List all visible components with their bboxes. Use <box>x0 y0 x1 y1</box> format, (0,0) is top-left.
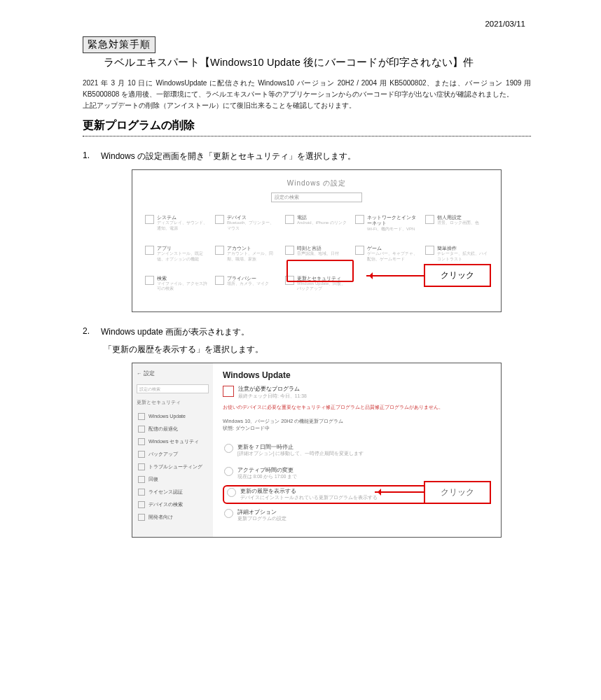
wrench-icon <box>138 463 145 470</box>
sidebar-item-recovery[interactable]: 回復 <box>137 473 209 486</box>
sidebar-item-find-device[interactable]: デバイスの検索 <box>137 498 209 511</box>
wu-opt-advanced[interactable]: 詳細オプション更新プログラムの設定 <box>223 504 491 527</box>
wu-main-panel: Windows Update 注意が必要なプログラム 最終チェック日時: 今日、… <box>213 363 501 537</box>
wu-opt-pause[interactable]: 更新を 7 日間一時停止[詳細オプション] に移動して、一時停止期間を変更します <box>223 439 491 462</box>
sidebar-item-backup[interactable]: バックアップ <box>137 448 209 461</box>
shield-icon <box>138 438 145 445</box>
accessibility-icon <box>425 246 434 255</box>
callout-label-click: クリック <box>424 264 491 287</box>
tile-search[interactable]: 検索マイファイル、アクセス許可の検索 <box>145 276 208 292</box>
callout-click-2: クリック <box>375 481 491 504</box>
step-1: 1. Windows の設定画面を開き「更新とセキュリティ」を選択します。 <box>83 150 588 162</box>
badge-title: 緊急対策手順 <box>83 36 156 53</box>
key-icon <box>138 489 145 496</box>
intro-line2: 上記アップデートの削除（アンイストール）にて復旧出来ることを確認しております。 <box>83 100 531 111</box>
game-icon <box>355 246 364 255</box>
wu-sidebar: ← 設定 設定の検索 更新とセキュリティ Windows Update 配信の最… <box>132 363 213 537</box>
backup-icon <box>138 451 145 458</box>
wu-attention-title: 注意が必要なプログラム <box>238 386 307 393</box>
clock-icon <box>224 467 233 476</box>
phone-icon <box>285 215 294 224</box>
step-1-text: Windows の設定画面を開き「更新とセキュリティ」を選択します。 <box>101 150 356 162</box>
gear-icon <box>224 509 233 518</box>
tile-accounts[interactable]: アカウントアカウント、メール、同期、職場、家族 <box>215 246 278 262</box>
tile-gaming[interactable]: ゲームゲームバー、キャプチャ、配信、ゲームモード <box>355 246 418 262</box>
arrow-icon <box>375 491 424 493</box>
clock-icon <box>285 246 294 255</box>
sidebar-item-activation[interactable]: ライセンス認証 <box>137 486 209 498</box>
sidebar-item-windows-update[interactable]: Windows Update <box>137 410 209 423</box>
apps-icon <box>145 246 154 255</box>
callout-label-click: クリック <box>424 481 491 504</box>
pause-icon <box>224 444 233 453</box>
delivery-icon <box>138 426 145 433</box>
tile-easeofaccess[interactable]: 簡単操作ナレーター、拡大鏡、ハイコントラスト <box>425 246 488 262</box>
wu-sidebar-section-label: 更新とセキュリティ <box>137 399 209 406</box>
step-2: 2. Windows update 画面が表示されます。 <box>83 326 588 338</box>
wu-attention-block: 注意が必要なプログラム 最終チェック日時: 今日、11:38 <box>223 386 491 400</box>
section-heading: 更新プログラムの削除 <box>83 118 531 136</box>
back-button[interactable]: ← 設定 <box>137 370 209 377</box>
restore-icon <box>138 476 145 483</box>
tile-network[interactable]: ネットワークとインターネットWi-Fi、機内モード、VPN <box>355 215 418 232</box>
tile-apps[interactable]: アプリアンインストール、既定値、オプションの機能 <box>145 246 208 262</box>
wu-search-box[interactable]: 設定の検索 <box>137 384 209 393</box>
wu-last-check: 最終チェック日時: 今日、11:38 <box>238 393 307 400</box>
sidebar-item-delivery-opt[interactable]: 配信の最適化 <box>137 423 209 435</box>
wu-red-info: お使いのデバイスに必要な重要なセキュリティ修正プログラムと品質修正プログラムがあ… <box>223 404 491 411</box>
tile-system[interactable]: システムディスプレイ、サウンド、通知、電源 <box>145 215 208 232</box>
person-icon <box>215 246 224 255</box>
page-title: ラベルエキスパート【Windows10 Update 後にバーコードが印字されな… <box>104 56 588 69</box>
settings-window-title: Windows の設定 <box>145 178 488 188</box>
step-2-num: 2. <box>83 326 90 338</box>
brush-icon <box>425 215 434 224</box>
step-1-num: 1. <box>83 150 90 162</box>
step-2-text: Windows update 画面が表示されます。 <box>101 326 249 338</box>
sync-icon <box>138 413 145 420</box>
settings-search-box[interactable]: 設定の検索 <box>271 192 362 202</box>
wu-sub-info: Windows 10、バージョン 20H2 の機能更新プログラム 状態: ダウン… <box>223 418 491 432</box>
screenshot-windows-update: ← 設定 設定の検索 更新とセキュリティ Windows Update 配信の最… <box>132 363 502 538</box>
location-icon <box>138 501 145 508</box>
sidebar-item-developers[interactable]: 開発者向け <box>137 511 209 524</box>
lock-icon <box>215 276 224 285</box>
globe-icon <box>355 215 364 224</box>
sidebar-item-troubleshoot[interactable]: トラブルシューティング <box>137 461 209 473</box>
search-icon <box>145 276 154 285</box>
arrow-icon <box>366 275 424 276</box>
tile-privacy[interactable]: プライバシー場所、カメラ、マイク <box>215 276 278 292</box>
devices-icon <box>215 215 224 224</box>
tile-phone[interactable]: 電話Android、iPhone のリンク <box>285 215 348 232</box>
intro-paragraph: 2021 年 3 月 10 日に WindowsUpdate に配信された Wi… <box>83 78 531 111</box>
warning-icon <box>223 386 234 397</box>
tile-devices[interactable]: デバイスBluetooth、プリンター、マウス <box>215 215 278 232</box>
document-date: 2021/03/11 <box>13 20 588 28</box>
history-icon <box>227 488 236 497</box>
sidebar-item-security[interactable]: Windows セキュリティ <box>137 435 209 448</box>
highlight-update-security <box>286 260 354 282</box>
monitor-icon <box>145 215 154 224</box>
intro-line1: 2021 年 3 月 10 日に WindowsUpdate に配信された Wi… <box>83 78 531 100</box>
wu-page-title: Windows Update <box>223 370 491 380</box>
screenshot-settings: Windows の設定 設定の検索 システムディスプレイ、サウンド、通知、電源 … <box>132 169 502 312</box>
code-icon <box>138 514 145 521</box>
callout-click-1: クリック <box>366 264 491 287</box>
step-2-subtext: 「更新の履歴を表示する」を選択します。 <box>104 344 588 356</box>
tile-personalization[interactable]: 個人用設定背景、ロック画面、色 <box>425 215 488 232</box>
